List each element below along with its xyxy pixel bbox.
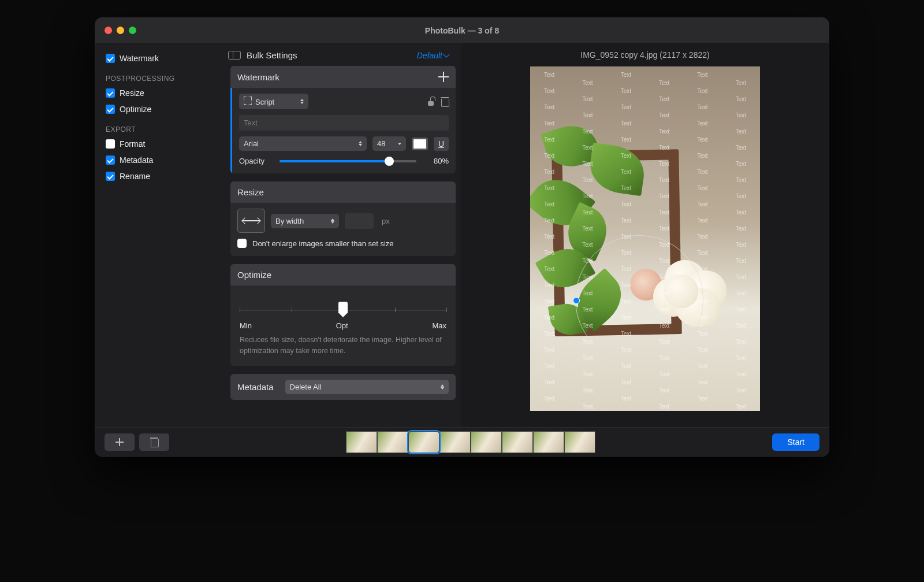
sidebar-group-export: EXPORT: [95, 117, 219, 136]
dont-enlarge-checkbox[interactable]: [237, 239, 247, 248]
lock-icon[interactable]: [427, 98, 435, 106]
watermark-type-select[interactable]: Script: [239, 94, 308, 109]
delete-image-button[interactable]: [139, 433, 169, 451]
thumbnail[interactable]: [564, 431, 595, 453]
add-watermark-icon[interactable]: [438, 72, 449, 82]
opt-max-label: Max: [432, 321, 446, 330]
trash-icon[interactable]: [441, 97, 449, 106]
opacity-slider[interactable]: [280, 160, 416, 162]
sidebar: Watermark POSTPROCESSING Resize Optimize…: [95, 43, 219, 427]
thumbnail[interactable]: [533, 431, 564, 453]
sidebar-group-postprocessing: POSTPROCESSING: [95, 66, 219, 85]
footer: Start: [95, 427, 829, 456]
close-window-button[interactable]: [105, 27, 112, 34]
settings-heading: Bulk Settings: [247, 50, 297, 60]
sidebar-item-label: Rename: [120, 172, 150, 181]
checkbox-icon[interactable]: [106, 172, 115, 181]
watermark-text-input[interactable]: [239, 115, 449, 131]
sidebar-item-label: Format: [120, 139, 145, 149]
resize-mode-select[interactable]: By width: [271, 214, 339, 228]
resize-unit: px: [382, 217, 390, 225]
preview-image[interactable]: TextTextTextTextTextTextTextTextTextText…: [530, 66, 760, 411]
plus-icon: [116, 438, 124, 446]
checkbox-icon[interactable]: [106, 54, 115, 63]
optimize-slider-thumb[interactable]: [338, 302, 348, 313]
checkbox-icon[interactable]: [106, 139, 115, 149]
card-title: Watermark: [237, 72, 280, 82]
trash-icon: [150, 438, 158, 447]
checkbox-icon[interactable]: [106, 155, 115, 165]
sidebar-item-label: Resize: [120, 88, 144, 98]
thumbnail[interactable]: [439, 431, 471, 453]
thumbnail[interactable]: [377, 431, 408, 453]
script-icon: [244, 97, 252, 105]
optimize-description: Reduces file size, doesn't deteriorate t…: [237, 330, 449, 358]
minimize-window-button[interactable]: [117, 27, 124, 34]
preset-dropdown[interactable]: Default: [417, 51, 449, 60]
dont-enlarge-label: Don't enlarge images smaller than set si…: [252, 239, 394, 248]
underline-button[interactable]: U: [434, 137, 449, 151]
window-title: PhotoBulk — 3 of 8: [425, 26, 499, 35]
optimize-card: Optimize Min Opt: [230, 264, 456, 366]
resize-card: Resize By width px: [230, 181, 456, 256]
resize-value-input[interactable]: [345, 213, 374, 229]
thumbnail-strip: [174, 431, 767, 453]
thumbnail[interactable]: [471, 431, 502, 453]
sidebar-item-label: Watermark: [120, 54, 159, 63]
opt-min-label: Min: [240, 321, 252, 330]
optimize-slider[interactable]: [240, 296, 446, 319]
sidebar-item-label: Metadata: [120, 155, 153, 165]
resize-direction-icon[interactable]: [237, 209, 265, 233]
sidebar-item-metadata[interactable]: Metadata: [95, 152, 219, 168]
card-title: Resize: [237, 187, 264, 197]
sidebar-item-format[interactable]: Format: [95, 136, 219, 152]
card-title: Optimize: [237, 270, 271, 280]
opacity-value: 80%: [422, 157, 449, 165]
metadata-mode-select[interactable]: Delete All: [285, 380, 449, 394]
sidebar-item-watermark[interactable]: Watermark: [95, 50, 219, 66]
watermark-card: Watermark Script: [230, 66, 456, 173]
card-title: Metadata: [237, 382, 274, 392]
checkbox-icon[interactable]: [106, 105, 115, 114]
sidebar-item-rename[interactable]: Rename: [95, 168, 219, 184]
slider-thumb[interactable]: [385, 157, 394, 166]
maximize-window-button[interactable]: [129, 27, 136, 34]
font-family-select[interactable]: Arial: [239, 136, 367, 151]
sidebar-item-label: Optimize: [120, 105, 151, 114]
opt-opt-label: Opt: [336, 321, 348, 330]
settings-panel: Bulk Settings Default Watermark: [219, 43, 461, 427]
font-size-select[interactable]: 48: [372, 136, 406, 151]
app-window: PhotoBulk — 3 of 8 Watermark POSTPROCESS…: [95, 17, 829, 457]
titlebar: PhotoBulk — 3 of 8: [95, 18, 829, 43]
sidebar-item-resize[interactable]: Resize: [95, 85, 219, 101]
preview-filename: IMG_0952 copy 4.jpg (2117 x 2822): [580, 43, 709, 66]
color-swatch[interactable]: [412, 138, 428, 150]
panels-icon[interactable]: [228, 51, 241, 60]
thumbnail[interactable]: [408, 431, 439, 453]
checkbox-icon[interactable]: [106, 88, 115, 98]
sidebar-item-optimize[interactable]: Optimize: [95, 101, 219, 117]
start-button[interactable]: Start: [772, 433, 819, 451]
add-images-button[interactable]: [105, 433, 135, 451]
thumbnail[interactable]: [502, 431, 533, 453]
preview-panel: IMG_0952 copy 4.jpg (2117 x 2822): [461, 43, 829, 427]
chevron-down-icon: [443, 51, 449, 57]
opacity-label: Opacity: [239, 157, 274, 165]
metadata-card: Metadata Delete All: [230, 374, 456, 400]
thumbnail[interactable]: [346, 431, 377, 453]
preset-label: Default: [417, 51, 442, 60]
